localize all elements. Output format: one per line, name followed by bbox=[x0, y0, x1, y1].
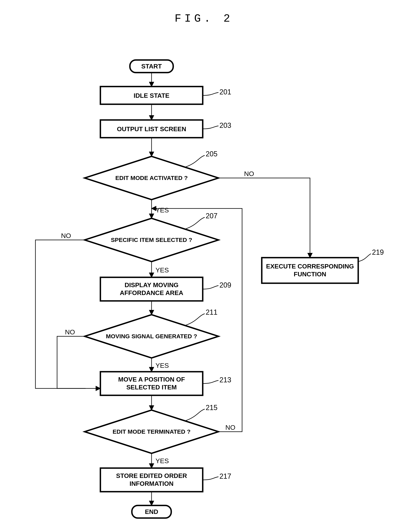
n209-l1: DISPLAY MOVING bbox=[125, 282, 178, 289]
ref-217: 217 bbox=[220, 472, 231, 480]
n211-text: MOVING SIGNAL GENERATED ? bbox=[106, 333, 197, 340]
n217-l1: STORE EDITED ORDER bbox=[116, 472, 187, 479]
n201-text: IDLE STATE bbox=[134, 92, 170, 99]
ref-219-leader bbox=[358, 254, 371, 262]
ref-209-leader bbox=[203, 286, 219, 289]
ref-205-leader bbox=[185, 155, 205, 167]
process-217: STORE EDITED ORDER INFORMATION bbox=[100, 468, 203, 492]
terminator-start: START bbox=[130, 60, 173, 73]
svg-rect-10 bbox=[100, 468, 203, 492]
n219-l2: FUNCTION bbox=[294, 271, 326, 278]
process-219: EXECUTE CORRESPONDING FUNCTION bbox=[262, 258, 358, 283]
edge-211-yes-label: YES bbox=[155, 362, 169, 369]
n203-text: OUTPUT LIST SCREEN bbox=[117, 125, 186, 133]
end-label: END bbox=[145, 508, 158, 515]
edge-205-no-219: NO bbox=[219, 170, 310, 258]
edge-205-no-label: NO bbox=[244, 170, 254, 177]
ref-207-leader bbox=[185, 217, 205, 229]
edge-215-no-label: NO bbox=[225, 424, 235, 431]
edge-205-yes-label: YES bbox=[155, 206, 169, 214]
process-209: DISPLAY MOVING AFFORDANCE AREA bbox=[100, 277, 203, 301]
decision-215: EDIT MODE TERMINATED ? bbox=[85, 410, 219, 453]
ref-215: 215 bbox=[206, 404, 218, 412]
decision-211: MOVING SIGNAL GENERATED ? bbox=[85, 315, 219, 358]
process-201: IDLE STATE bbox=[100, 87, 203, 104]
terminator-end: END bbox=[132, 506, 171, 518]
n215-text: EDIT MODE TERMINATED ? bbox=[113, 428, 190, 435]
figure-title: FIG. 2 bbox=[175, 12, 233, 25]
edge-211-no: NO bbox=[57, 328, 86, 388]
svg-rect-8 bbox=[100, 372, 203, 395]
svg-rect-6 bbox=[100, 277, 203, 301]
ref-201-leader bbox=[203, 92, 219, 95]
edge-215-yes-label: YES bbox=[155, 457, 169, 465]
start-label: START bbox=[141, 63, 162, 70]
process-213: MOVE A POSITION OF SELECTED ITEM bbox=[100, 372, 203, 395]
n217-l2: INFORMATION bbox=[129, 480, 173, 487]
flowchart-canvas: .thin { stroke:#000; stroke-width:3; fil… bbox=[0, 0, 408, 532]
n219-l1: EXECUTE CORRESPONDING bbox=[266, 263, 354, 270]
decision-207: SPECIFIC ITEM SELECTED ? bbox=[85, 218, 219, 262]
ref-215-leader bbox=[185, 409, 205, 421]
ref-207: 207 bbox=[206, 212, 218, 220]
ref-205: 205 bbox=[206, 150, 218, 158]
ref-203: 203 bbox=[220, 121, 231, 129]
process-203: OUTPUT LIST SCREEN bbox=[100, 120, 203, 138]
n213-l1: MOVE A POSITION OF bbox=[118, 376, 185, 383]
ref-209: 209 bbox=[220, 281, 231, 289]
svg-rect-4 bbox=[262, 258, 358, 283]
n207-text: SPECIFIC ITEM SELECTED ? bbox=[111, 237, 192, 243]
n209-l2: AFFORDANCE AREA bbox=[120, 289, 183, 296]
ref-211: 211 bbox=[206, 308, 218, 316]
n213-l2: SELECTED ITEM bbox=[126, 384, 177, 391]
ref-213: 213 bbox=[220, 376, 231, 384]
ref-203-leader bbox=[203, 126, 219, 129]
edge-211-no-label: NO bbox=[65, 328, 75, 336]
decision-205: EDIT MODE ACTIVATED ? bbox=[85, 156, 219, 200]
ref-211-leader bbox=[185, 314, 205, 325]
ref-213-leader bbox=[203, 380, 219, 383]
edge-207-yes-label: YES bbox=[155, 266, 169, 274]
ref-201: 201 bbox=[220, 88, 231, 96]
edge-207-no: NO bbox=[35, 232, 86, 388]
ref-217-leader bbox=[203, 477, 219, 480]
n205-text: EDIT MODE ACTIVATED ? bbox=[115, 175, 188, 181]
ref-219: 219 bbox=[372, 248, 384, 256]
edge-207-no-label: NO bbox=[61, 232, 71, 239]
